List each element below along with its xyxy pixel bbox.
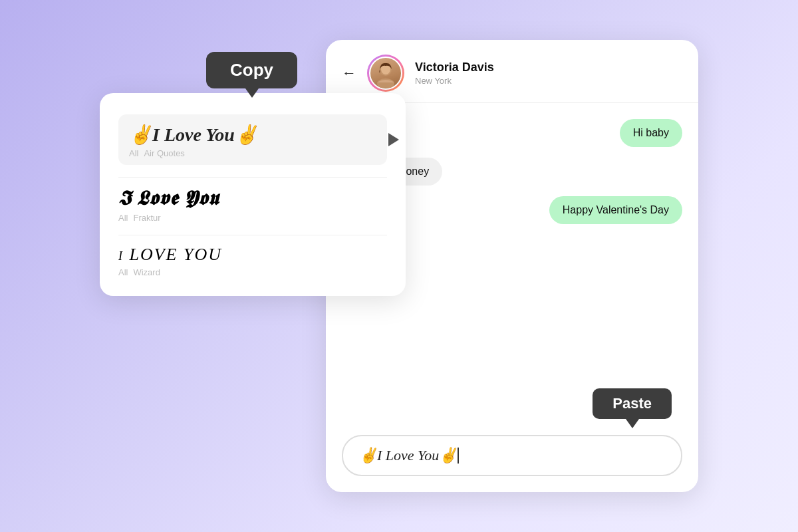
paste-tooltip[interactable]: Paste — [593, 388, 672, 419]
back-button[interactable]: ← — [342, 65, 356, 82]
message-bubble-1: Hi baby — [620, 119, 682, 147]
font-label-fraktur: All Fraktur — [118, 213, 387, 223]
chat-input-area: Paste ✌️I Love You✌️ — [326, 427, 698, 492]
message-text-1: Hi baby — [633, 127, 669, 138]
paste-tooltip-label: Paste — [612, 395, 652, 412]
copy-tooltip[interactable]: Copy — [206, 52, 297, 88]
message-text-3: Happy Valentine's Day — [563, 204, 669, 215]
contact-location: New York — [415, 76, 682, 86]
font-label-wizard: All Wizard — [118, 267, 387, 277]
contact-avatar-ring — [367, 55, 404, 92]
text-cursor — [458, 448, 459, 464]
font-item-wizard[interactable]: i LOVE YOU All Wizard — [118, 245, 387, 277]
font-text-air-quotes: ✌️I Love You✌️ — [129, 124, 376, 146]
contact-avatar — [369, 57, 402, 90]
font-item-air-quotes[interactable]: ✌️I Love You✌️ All Air Quotes — [118, 114, 387, 165]
font-text-fraktur: 𝕴 𝕷𝖔𝖛𝖊 𝖄𝖔𝖚 — [118, 187, 387, 210]
contact-name: Victoria Davis — [415, 61, 682, 74]
contact-avatar-image — [371, 59, 400, 88]
copy-tooltip-label: Copy — [230, 60, 273, 80]
font-text-wizard: i LOVE YOU — [118, 245, 387, 265]
divider — [118, 177, 387, 178]
chat-input[interactable]: ✌️I Love You✌️ — [342, 435, 682, 476]
font-picker-card: Copy ✌️I Love You✌️ All Air Quotes 𝕴 𝕷𝖔𝖛… — [100, 93, 406, 296]
chat-user-info: Victoria Davis New York — [415, 61, 682, 86]
arrow-right-icon — [388, 133, 399, 146]
font-item-fraktur[interactable]: 𝕴 𝕷𝖔𝖛𝖊 𝖄𝖔𝖚 All Fraktur — [118, 187, 387, 223]
message-bubble-3: Happy Valentine's Day — [549, 196, 682, 224]
divider-2 — [118, 235, 387, 235]
font-label-air-quotes: All Air Quotes — [129, 148, 376, 158]
chat-input-text: ✌️I Love You✌️ — [359, 447, 457, 464]
